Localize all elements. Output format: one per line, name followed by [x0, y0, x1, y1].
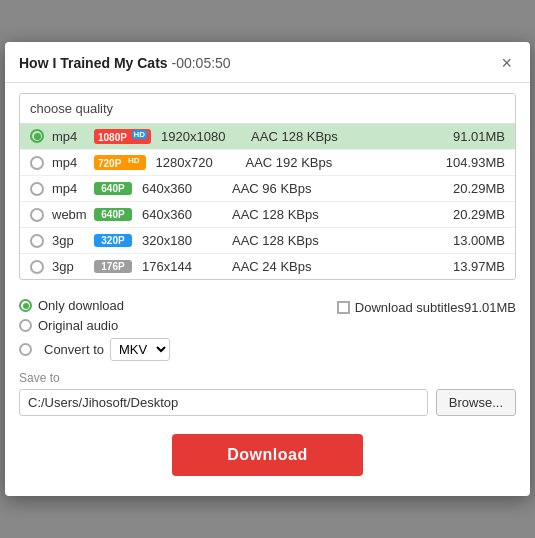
size-3gp-320: 13.00MB: [435, 233, 505, 248]
mkv-select[interactable]: MKV MP4 AVI MOV: [110, 338, 170, 361]
radio-convert-to[interactable]: [19, 343, 32, 356]
quality-section: choose quality mp4 1080P HD 1920x1080 AA…: [19, 93, 516, 281]
radio-3gp-320[interactable]: [30, 234, 44, 248]
quality-header: choose quality: [20, 94, 515, 124]
convert-to-label: Convert to: [44, 342, 104, 357]
badge-720: 720P HD: [94, 155, 146, 170]
badge-320: 320P: [94, 234, 132, 247]
quality-row-mp4-1080[interactable]: mp4 1080P HD 1920x1080 AAC 128 KBps 91.0…: [20, 124, 515, 150]
badge-webm: 640P: [94, 208, 132, 221]
download-section: Download: [5, 434, 530, 476]
selected-size: 91.01MB: [464, 300, 516, 315]
size-720: 104.93MB: [435, 155, 505, 170]
res-3gp-320: 320x180: [142, 233, 232, 248]
convert-row: Convert to MKV MP4 AVI MOV: [19, 338, 327, 361]
download-subtitles-label: Download subtitles: [355, 300, 464, 315]
res-1080: 1920x1080: [161, 129, 251, 144]
saveto-row: Browse...: [19, 389, 516, 416]
dialog-title: How I Trained My Cats -00:05:50: [19, 55, 231, 71]
radio-webm-640[interactable]: [30, 208, 44, 222]
original-audio-label: Original audio: [38, 318, 118, 333]
option-right: Download subtitles: [337, 298, 464, 317]
format-mp4-640: mp4: [52, 181, 94, 196]
size-3gp-176: 13.97MB: [435, 259, 505, 274]
radio-mp4-1080[interactable]: [30, 129, 44, 143]
download-button[interactable]: Download: [172, 434, 362, 476]
size-mp4-640: 20.29MB: [435, 181, 505, 196]
radio-mp4-720[interactable]: [30, 156, 44, 170]
size-webm-640: 20.29MB: [435, 207, 505, 222]
quality-row-webm-640[interactable]: webm 640P 640x360 AAC 128 KBps 20.29MB: [20, 202, 515, 228]
aac-mp4-640: AAC 96 KBps: [232, 181, 342, 196]
saveto-label: Save to: [19, 371, 516, 385]
radio-3gp-176[interactable]: [30, 260, 44, 274]
only-download-label: Only download: [38, 298, 124, 313]
main-dialog: How I Trained My Cats -00:05:50 × choose…: [5, 42, 530, 497]
res-720: 1280x720: [156, 155, 246, 170]
format-mp4-1080: mp4: [52, 129, 94, 144]
browse-button[interactable]: Browse...: [436, 389, 516, 416]
format-3gp-320: 3gp: [52, 233, 94, 248]
format-webm: webm: [52, 207, 94, 222]
quality-row-mp4-640[interactable]: mp4 640P 640x360 AAC 96 KBps 20.29MB: [20, 176, 515, 202]
download-subtitles-checkbox[interactable]: [337, 301, 350, 314]
aac-1080: AAC 128 KBps: [251, 129, 361, 144]
close-button[interactable]: ×: [497, 52, 516, 74]
badge-640: 640P: [94, 182, 132, 195]
quality-row-3gp-176[interactable]: 3gp 176P 176x144 AAC 24 KBps 13.97MB: [20, 254, 515, 279]
subtitle-row[interactable]: Download subtitles: [337, 300, 464, 315]
badge-1080: 1080P HD: [94, 129, 151, 144]
saveto-section: Save to Browse...: [5, 365, 530, 420]
size-1080: 91.01MB: [435, 129, 505, 144]
option-left: Only download Original audio Convert to …: [19, 298, 327, 361]
quality-row-3gp-320[interactable]: 3gp 320P 320x180 AAC 128 KBps 13.00MB: [20, 228, 515, 254]
radio-original-audio[interactable]: [19, 319, 32, 332]
original-audio-row[interactable]: Original audio: [19, 318, 327, 333]
dialog-header: How I Trained My Cats -00:05:50 ×: [5, 42, 530, 83]
radio-mp4-640[interactable]: [30, 182, 44, 196]
saveto-input[interactable]: [19, 389, 428, 416]
aac-720: AAC 192 KBps: [246, 155, 356, 170]
radio-only-download[interactable]: [19, 299, 32, 312]
only-download-row[interactable]: Only download: [19, 298, 327, 313]
res-webm-640: 640x360: [142, 207, 232, 222]
selected-size-display: 91.01MB: [464, 298, 516, 315]
aac-3gp-320: AAC 128 KBps: [232, 233, 342, 248]
format-3gp-176: 3gp: [52, 259, 94, 274]
quality-row-mp4-720[interactable]: mp4 720P HD 1280x720 AAC 192 KBps 104.93…: [20, 150, 515, 176]
badge-176: 176P: [94, 260, 132, 273]
options-section: Only download Original audio Convert to …: [5, 290, 530, 365]
aac-3gp-176: AAC 24 KBps: [232, 259, 342, 274]
format-mp4-720: mp4: [52, 155, 94, 170]
aac-webm-640: AAC 128 KBps: [232, 207, 342, 222]
res-mp4-640: 640x360: [142, 181, 232, 196]
res-3gp-176: 176x144: [142, 259, 232, 274]
